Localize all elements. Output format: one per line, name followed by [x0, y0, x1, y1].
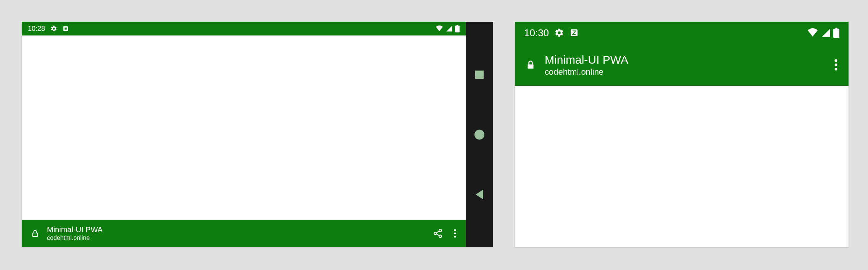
svg-point-15	[835, 64, 837, 66]
app-bar-actions	[433, 228, 457, 238]
svg-rect-12	[835, 28, 837, 29]
share-icon[interactable]	[433, 228, 443, 238]
more-vert-icon[interactable]	[834, 58, 838, 71]
webview-content[interactable]	[515, 86, 849, 247]
svg-point-6	[439, 235, 442, 238]
app-title-block: Minimal-UI PWA codehtml.online	[545, 53, 628, 77]
status-bar: 10:28	[22, 22, 466, 35]
svg-rect-13	[528, 64, 533, 69]
svg-rect-11	[833, 29, 839, 38]
cellular-icon	[821, 28, 831, 38]
gear-icon	[554, 28, 564, 38]
app-bar-actions	[834, 58, 838, 71]
system-nav-bar	[466, 22, 493, 247]
status-time: 10:30	[524, 27, 549, 39]
home-button[interactable]	[474, 129, 485, 140]
lock-icon	[31, 228, 39, 238]
device-landscape: 10:28	[22, 22, 493, 247]
badge-icon	[570, 28, 579, 37]
back-button[interactable]	[474, 189, 485, 200]
svg-point-4	[439, 229, 442, 232]
status-left: 10:30	[524, 27, 579, 39]
status-bar: 10:30	[515, 22, 849, 44]
webview-content[interactable]	[22, 35, 466, 220]
svg-point-7	[454, 229, 456, 231]
app-subtitle: codehtml.online	[545, 67, 628, 77]
app-subtitle: codehtml.online	[47, 234, 103, 241]
svg-rect-1	[455, 26, 460, 32]
svg-point-9	[454, 236, 456, 238]
recents-button[interactable]	[474, 69, 485, 80]
cellular-icon	[446, 25, 453, 32]
svg-rect-2	[457, 25, 458, 26]
app-title: Minimal-UI PWA	[47, 225, 103, 234]
svg-point-16	[835, 68, 837, 71]
svg-rect-3	[33, 233, 38, 236]
status-right	[435, 25, 460, 32]
device-portrait: 10:30 Minimal-UI PWA codehtml	[515, 22, 849, 247]
app-title-block: Minimal-UI PWA codehtml.online	[47, 225, 103, 241]
app-bar-bottom: Minimal-UI PWA codehtml.online	[22, 220, 466, 247]
svg-point-5	[434, 232, 437, 235]
svg-point-14	[835, 59, 837, 62]
gear-icon	[50, 25, 57, 32]
wifi-icon	[435, 25, 444, 32]
app-title: Minimal-UI PWA	[545, 53, 628, 67]
badge-icon	[63, 26, 69, 32]
status-time: 10:28	[28, 25, 45, 33]
status-left: 10:28	[28, 25, 69, 33]
svg-point-8	[454, 233, 456, 235]
status-right	[807, 27, 839, 38]
wifi-icon	[807, 28, 819, 38]
battery-icon	[833, 27, 839, 38]
app-bar-top: Minimal-UI PWA codehtml.online	[515, 44, 849, 86]
device-main: 10:28	[22, 22, 466, 247]
more-vert-icon[interactable]	[453, 228, 457, 238]
lock-icon	[526, 59, 536, 71]
battery-icon	[455, 25, 460, 32]
